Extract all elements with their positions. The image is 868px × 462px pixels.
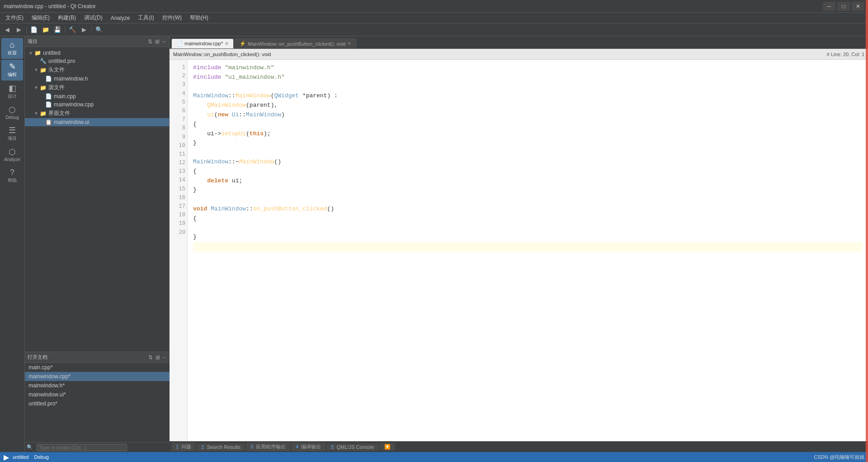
bottom-tab-search-results[interactable]: 2 Search Results (197, 443, 245, 451)
project-panel: 项目 ⇅ ⊞ − ▼ 📁 untitled (25, 36, 170, 352)
tree-item-mainwindow-h[interactable]: 📄 mainwindow.h (25, 75, 169, 83)
status-build-icon: ▶ (4, 453, 9, 462)
ui-file-icon: 📋 (45, 119, 52, 125)
sidebar-label-design: 设计 (8, 93, 17, 100)
tree-item-untitled-pro[interactable]: 🔧 untitled.pro (25, 57, 169, 65)
header-file-icon: 📄 (45, 76, 52, 82)
open-doc-mainwindow-h[interactable]: mainwindow.h* (25, 381, 170, 390)
toolbar-build-button[interactable]: 🔨 (67, 25, 78, 35)
menu-build[interactable]: 构建(B) (54, 13, 80, 23)
breadcrumb: MainWindow::on_pushButton_clicked(): voi… (173, 52, 271, 57)
open-doc-main-cpp[interactable]: main.cpp* (25, 363, 170, 372)
toolbar-run-button[interactable]: ▶ (79, 25, 90, 35)
project-filter-icon[interactable]: ⊞ (154, 38, 160, 45)
menu-file[interactable]: 文件(E) (2, 13, 27, 23)
mainwindow-cpp-icon: 📄 (45, 101, 52, 108)
editor-area: 📄 mainwindow.cpp* ✕ ⚡ MainWindow::on_pus… (170, 36, 868, 452)
project-collapse-icon[interactable]: − (161, 38, 166, 45)
tree-item-sources[interactable]: ▼ 📁 源文件 (25, 83, 169, 92)
open-docs-sync-icon[interactable]: ⇅ (147, 354, 154, 361)
toolbar-save-button[interactable]: 💾 (52, 25, 63, 35)
bottom-tab-more[interactable]: 🔽 (380, 443, 395, 451)
bottom-tab-qml-console[interactable]: 5 QML/JS Console (326, 443, 378, 451)
sidebar-item-design[interactable]: ◧ 设计 (1, 81, 23, 102)
open-docs-title: 打开文档 (28, 354, 47, 361)
status-untitled-label: untitled (13, 454, 28, 460)
folder-ui-icon: 📁 (40, 110, 47, 117)
toolbar-search-button[interactable]: 🔍 (94, 25, 104, 35)
toolbar-open-button[interactable]: 📁 (40, 25, 51, 35)
open-docs-panel: 打开文档 ⇅ ⊞ − main.cpp* mainwindow.cpp* mai… (25, 352, 170, 442)
menu-help[interactable]: 帮助(H) (186, 13, 212, 23)
menu-edit[interactable]: 编辑(E) (28, 13, 53, 23)
open-docs-header-controls: ⇅ ⊞ − (147, 354, 167, 361)
tree-label-untitled-pro: untitled.pro (48, 58, 75, 64)
project-sync-icon[interactable]: ⇅ (147, 38, 153, 45)
minimize-button[interactable]: ─ (823, 2, 835, 11)
open-doc-untitled-pro[interactable]: untitled.pro* (25, 399, 170, 408)
project-icon: ☰ (9, 126, 16, 134)
status-debug-label: Debug (34, 454, 48, 460)
toolbar-new-button[interactable]: 📄 (28, 25, 39, 35)
maximize-button[interactable]: □ (837, 2, 850, 11)
main-cpp-icon: 📄 (45, 93, 52, 100)
tab-function[interactable]: ⚡ MainWindow::on_pushButton_clicked(): v… (235, 38, 356, 48)
search-input[interactable] (37, 444, 127, 451)
left-panels: 项目 ⇅ ⊞ − ▼ 📁 untitled (25, 36, 170, 452)
open-docs-collapse-icon[interactable]: − (162, 354, 167, 361)
tree-label-main-cpp: main.cpp (54, 93, 76, 100)
tree-item-untitled[interactable]: ▼ 📁 untitled (25, 49, 169, 57)
sidebar-item-analyze[interactable]: ⬡ Analyze (1, 145, 23, 165)
tab-close-function[interactable]: ✕ (347, 41, 351, 47)
menu-controls[interactable]: 控件(W) (159, 13, 185, 23)
tree-item-main-cpp[interactable]: 📄 main.cpp (25, 92, 169, 100)
open-doc-mainwindow-cpp[interactable]: mainwindow.cpp* (25, 372, 170, 381)
welcome-icon: ⌂ (10, 41, 15, 49)
tree-label-mainwindow-h: mainwindow.h (54, 76, 88, 82)
tree-item-mainwindow-cpp[interactable]: 📄 mainwindow.cpp (25, 100, 169, 109)
project-tree: ▼ 📁 untitled 🔧 untitled.pro ▼ 📁 头文 (25, 47, 169, 352)
tree-item-ui-files[interactable]: ▼ 📁 界面文件 (25, 109, 169, 118)
tree-label-ui-files: 界面文件 (48, 110, 70, 117)
menu-tools[interactable]: 工具(I) (134, 13, 157, 23)
tab-label-mainwindow-cpp: mainwindow.cpp* (184, 41, 223, 46)
code-editor[interactable]: 1 2 3 4 5 6 7 8 9 10 11 12 13 14 15 16 1 (170, 60, 868, 441)
tab-file-icon-2: ⚡ (240, 41, 246, 47)
sidebar-label-help: 帮助 (8, 177, 17, 184)
open-doc-mainwindow-ui[interactable]: mainwindow.ui* (25, 390, 170, 399)
sidebar-item-welcome[interactable]: ⌂ 欢迎 (1, 38, 23, 59)
bottom-tab-label-qml: QML/JS Console (337, 444, 374, 450)
bottom-tab-num-3: 3 (250, 444, 253, 449)
bottom-tab-compile-output[interactable]: 4 编译输出 (291, 443, 326, 451)
line-info: # Line: 20, Col: 1 (827, 52, 864, 57)
tree-arrow-sources: ▼ (34, 85, 38, 90)
tree-label-mainwindow-ui: mainwindow.ui (54, 119, 89, 125)
code-content[interactable]: #include "mainwindow.h" #include "ui_mai… (188, 60, 868, 441)
toolbar-back-button[interactable]: ◀ (2, 25, 13, 35)
open-docs-layout-icon[interactable]: ⊞ (155, 354, 161, 361)
tree-item-mainwindow-ui[interactable]: 📋 mainwindow.ui (25, 118, 169, 126)
tab-bar: 📄 mainwindow.cpp* ✕ ⚡ MainWindow::on_pus… (170, 36, 868, 49)
menu-debug[interactable]: 调试(D) (80, 13, 106, 23)
bottom-tab-app-output[interactable]: 3 应用程序输出 (246, 443, 290, 451)
sidebar-item-debug[interactable]: ⬡ Debug (1, 103, 23, 123)
sidebar-item-edit[interactable]: ✎ 编程 (1, 60, 23, 81)
sidebar-label-analyze: Analyze (4, 157, 20, 162)
bottom-tab-label-problems: 问题 (181, 444, 191, 449)
toolbar-separator-2 (65, 26, 65, 33)
sidebar-item-help[interactable]: ? 帮助 (1, 166, 23, 186)
folder-headers-icon: 📁 (40, 67, 47, 73)
title-bar: mainwindow.cpp - untitled - Qt Creator ─… (0, 0, 868, 13)
tab-mainwindow-cpp[interactable]: 📄 mainwindow.cpp* ✕ (171, 38, 234, 48)
tree-label-sources: 源文件 (48, 84, 65, 91)
close-button[interactable]: ✕ (852, 2, 864, 11)
window-controls: ─ □ ✕ (823, 2, 864, 11)
tab-close-mainwindow-cpp[interactable]: ✕ (225, 41, 229, 47)
tree-item-headers[interactable]: ▼ 📁 头文件 (25, 65, 169, 75)
sidebar-item-project[interactable]: ☰ 项目 (1, 124, 23, 144)
bottom-tab-label-search: Search Results (207, 444, 241, 450)
bottom-tab-problems[interactable]: 1 问题 (171, 443, 196, 451)
menu-analyze[interactable]: Analyze (107, 14, 134, 22)
bottom-tab-num-5: 5 (331, 444, 334, 450)
toolbar-forward-button[interactable]: ▶ (14, 25, 24, 35)
